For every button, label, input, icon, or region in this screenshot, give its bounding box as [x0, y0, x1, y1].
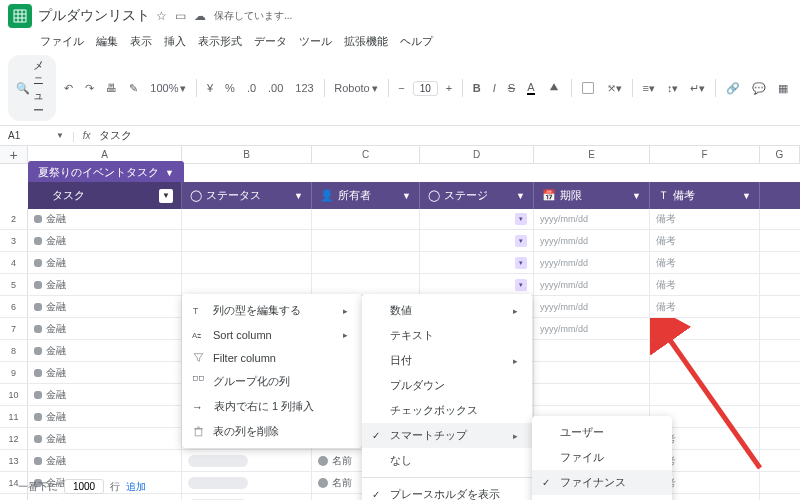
- add-row-button[interactable]: +: [0, 146, 28, 163]
- menu-insert[interactable]: 挿入: [164, 34, 186, 49]
- col-header-c[interactable]: C: [312, 146, 420, 163]
- menu-help[interactable]: ヘルプ: [400, 34, 433, 49]
- cell-stage[interactable]: ▾: [420, 208, 534, 229]
- tv-col-task[interactable]: タスク ▼: [28, 182, 182, 209]
- italic-button[interactable]: I: [489, 79, 500, 97]
- cell-task[interactable]: 金融: [28, 252, 182, 273]
- mi-type-none[interactable]: なし: [362, 448, 532, 473]
- row-header[interactable]: 8: [0, 340, 28, 361]
- tv-col-stage[interactable]: ◯ ステージ ▼: [420, 182, 534, 209]
- mi-show-placeholder[interactable]: ✓プレースホルダを表示: [362, 482, 532, 500]
- menu-format[interactable]: 表示形式: [198, 34, 242, 49]
- cell-task[interactable]: 金融: [28, 274, 182, 295]
- cell-stage[interactable]: ▾: [420, 274, 534, 295]
- cell-status[interactable]: [182, 450, 312, 471]
- insert-chart-button[interactable]: ▦: [774, 79, 792, 98]
- col-header-g[interactable]: G: [760, 146, 800, 163]
- cell-task[interactable]: 金融: [28, 340, 182, 361]
- menu-edit[interactable]: 編集: [96, 34, 118, 49]
- increase-decimal-button[interactable]: .00: [264, 79, 287, 97]
- cell-status[interactable]: [182, 274, 312, 295]
- mi-type-smartchip[interactable]: ✓スマートチップ▸: [362, 423, 532, 448]
- mi-type-number[interactable]: 数値▸: [362, 298, 532, 323]
- dropdown-icon[interactable]: ▾: [515, 257, 527, 269]
- cell-task[interactable]: 金融: [28, 450, 182, 471]
- mi-insert-right[interactable]: →表内で右に 1 列挿入: [182, 394, 362, 419]
- number-format-button[interactable]: 123: [291, 79, 317, 97]
- cell-due[interactable]: yyyy/mm/dd: [534, 208, 650, 229]
- paint-format-button[interactable]: ✎: [125, 79, 142, 98]
- row-header[interactable]: 5: [0, 274, 28, 295]
- add-rows-input[interactable]: [64, 479, 104, 494]
- text-color-button[interactable]: A: [523, 78, 538, 98]
- tv-col-due[interactable]: 📅 期限 ▼: [534, 182, 650, 209]
- row-header[interactable]: 12: [0, 428, 28, 449]
- mi-type-date[interactable]: 日付▸: [362, 348, 532, 373]
- currency-button[interactable]: ¥: [203, 79, 217, 97]
- row-header[interactable]: 7: [0, 318, 28, 339]
- cell-task[interactable]: 金融: [28, 318, 182, 339]
- menu-search[interactable]: 🔍 メニュー: [8, 55, 56, 121]
- mi-delete-column[interactable]: 表の列を削除: [182, 419, 362, 444]
- add-rows-button[interactable]: 追加: [126, 480, 146, 494]
- cell-due[interactable]: [534, 340, 650, 361]
- cell-status[interactable]: [182, 230, 312, 251]
- col-header-e[interactable]: E: [534, 146, 650, 163]
- font-size-decrease[interactable]: −: [394, 79, 408, 97]
- mi-type-checkbox[interactable]: チェックボックス: [362, 398, 532, 423]
- decrease-decimal-button[interactable]: .0: [243, 79, 260, 97]
- mi-type-dropdown[interactable]: プルダウン: [362, 373, 532, 398]
- cell-note[interactable]: [650, 340, 760, 361]
- name-box[interactable]: A1: [8, 130, 48, 141]
- comment-button[interactable]: 💬: [748, 79, 770, 98]
- cell-status[interactable]: [182, 208, 312, 229]
- cell-note[interactable]: 備考: [650, 252, 760, 273]
- table-row[interactable]: 4金融▾yyyy/mm/dd備考: [0, 252, 800, 274]
- table-row[interactable]: 2金融▾yyyy/mm/dd備考: [0, 208, 800, 230]
- table-view-title[interactable]: 夏祭りのイベントタスク ▼: [28, 161, 184, 184]
- cell-due[interactable]: [534, 362, 650, 383]
- cell-due[interactable]: [534, 384, 650, 405]
- col-header-f[interactable]: F: [650, 146, 760, 163]
- row-header[interactable]: 10: [0, 384, 28, 405]
- cell-owner[interactable]: [312, 208, 420, 229]
- cell-due[interactable]: yyyy/mm/dd: [534, 230, 650, 251]
- formula-input[interactable]: タスク: [99, 128, 132, 143]
- col-header-d[interactable]: D: [420, 146, 534, 163]
- wrap-button[interactable]: ↵▾: [686, 79, 709, 98]
- cell-task[interactable]: 金融: [28, 428, 182, 449]
- cell-status[interactable]: [182, 252, 312, 273]
- tv-col-owner[interactable]: 👤 所有者 ▼: [312, 182, 420, 209]
- dropdown-icon[interactable]: ▾: [515, 213, 527, 225]
- percent-button[interactable]: %: [221, 79, 239, 97]
- mi-filter-column[interactable]: Filter column: [182, 346, 362, 369]
- row-header[interactable]: 13: [0, 450, 28, 471]
- mi-type-text[interactable]: テキスト: [362, 323, 532, 348]
- menu-view[interactable]: 表示: [130, 34, 152, 49]
- font-size-increase[interactable]: +: [442, 79, 456, 97]
- cell-note[interactable]: [650, 384, 760, 405]
- mi-chip-file[interactable]: ファイル: [532, 445, 672, 470]
- row-header[interactable]: 2: [0, 208, 28, 229]
- cell-owner[interactable]: [312, 252, 420, 273]
- mi-edit-column-type[interactable]: T列の型を編集する▸: [182, 298, 362, 323]
- cell-note[interactable]: 備考: [650, 318, 760, 339]
- strike-button[interactable]: S: [504, 79, 519, 97]
- cell-task[interactable]: 金融: [28, 406, 182, 427]
- cell-owner[interactable]: [312, 274, 420, 295]
- cell-status[interactable]: [182, 472, 312, 493]
- cell-due[interactable]: yyyy/mm/dd: [534, 274, 650, 295]
- redo-button[interactable]: ↷: [81, 79, 98, 98]
- cell-note[interactable]: 備考: [650, 208, 760, 229]
- print-button[interactable]: 🖶: [102, 79, 121, 97]
- mi-chip-finance[interactable]: ✓ファイナンス: [532, 470, 672, 495]
- font-size-input[interactable]: 10: [413, 81, 438, 96]
- h-align-button[interactable]: ≡▾: [639, 79, 659, 98]
- row-header[interactable]: 6: [0, 296, 28, 317]
- cell-task[interactable]: 金融: [28, 296, 182, 317]
- menu-tools[interactable]: ツール: [299, 34, 332, 49]
- row-header[interactable]: 4: [0, 252, 28, 273]
- cell-note[interactable]: 備考: [650, 274, 760, 295]
- font-family-select[interactable]: Roboto ▾: [330, 79, 381, 98]
- menu-extensions[interactable]: 拡張機能: [344, 34, 388, 49]
